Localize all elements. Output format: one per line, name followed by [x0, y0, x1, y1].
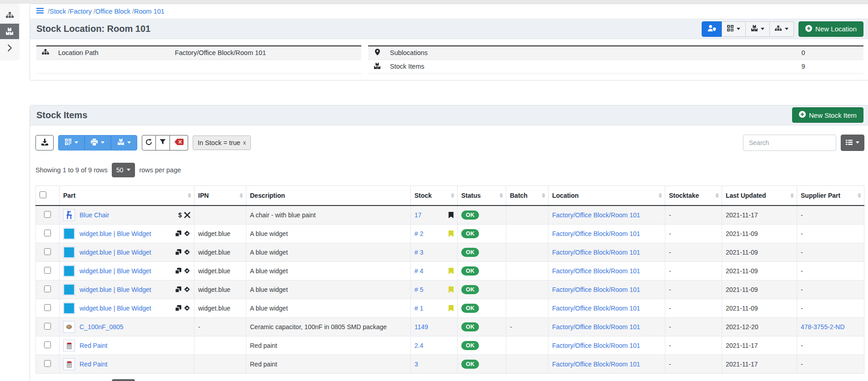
- part-link[interactable]: widget.blue | Blue Widget: [80, 249, 151, 256]
- location-link[interactable]: Factory/Office Block/Room 101: [552, 249, 640, 256]
- part-link[interactable]: widget.blue | Blue Widget: [80, 267, 151, 275]
- row-checkbox[interactable]: [44, 267, 51, 274]
- part-link[interactable]: widget.blue | Blue Widget: [80, 305, 151, 312]
- stock-actions-dropdown[interactable]: [746, 21, 770, 37]
- last-updated-value: 2021-11-17: [722, 355, 797, 373]
- filter-button[interactable]: [156, 135, 170, 150]
- part-link[interactable]: C_100nF_0805: [80, 323, 124, 331]
- search-input[interactable]: [743, 135, 836, 151]
- stock-quantity-link[interactable]: # 1: [414, 305, 423, 312]
- last-updated-value: 2021-11-09: [722, 280, 797, 299]
- page-size-button[interactable]: 50: [112, 379, 135, 381]
- stocktake-value: -: [665, 299, 722, 317]
- row-checkbox[interactable]: [44, 323, 51, 330]
- user-permissions-button[interactable]: [702, 21, 722, 37]
- breadcrumb-link[interactable]: Factory: [70, 8, 91, 15]
- menu-toggle-button[interactable]: [36, 8, 44, 15]
- caret-down-icon: [101, 141, 105, 144]
- location-link[interactable]: Factory/Office Block/Room 101: [552, 342, 640, 349]
- dollar-icon: $: [178, 211, 182, 219]
- row-checkbox[interactable]: [44, 230, 51, 236]
- status-badge: OK: [461, 360, 479, 369]
- location-link[interactable]: Factory/Office Block/Room 101: [552, 211, 640, 219]
- location-link[interactable]: Factory/Office Block/Room 101: [552, 361, 640, 368]
- part-thumbnail: [63, 302, 75, 314]
- breadcrumb-link[interactable]: Office Block: [95, 8, 130, 15]
- breadcrumb-link[interactable]: Stock: [50, 8, 66, 15]
- ipn-value: widget.blue: [195, 299, 246, 317]
- row-checkbox[interactable]: [44, 211, 51, 218]
- plus-circle-icon: [805, 25, 812, 33]
- stock-quantity-link[interactable]: 2.4: [414, 342, 423, 349]
- new-location-label: New Location: [815, 25, 857, 33]
- column-header-ipn[interactable]: IPN: [195, 185, 246, 206]
- stocktake-value: -: [665, 317, 722, 336]
- stock-quantity-link[interactable]: 3: [414, 361, 418, 368]
- print-dropdown-button[interactable]: [85, 135, 111, 150]
- column-header-last-updated[interactable]: Last Updated: [722, 185, 797, 206]
- stock-quantity-link[interactable]: # 3: [414, 249, 423, 256]
- location-link[interactable]: Factory/Office Block/Room 101: [552, 267, 640, 275]
- refresh-button[interactable]: [142, 135, 156, 150]
- supplier-part-value: -: [801, 305, 803, 312]
- column-header-stock[interactable]: Stock: [411, 185, 458, 206]
- part-link[interactable]: Red Paint: [80, 361, 107, 368]
- status-badge: OK: [461, 248, 479, 257]
- column-header-stocktake[interactable]: Stocktake: [665, 185, 722, 206]
- part-link[interactable]: widget.blue | Blue Widget: [80, 230, 151, 237]
- column-label: Supplier Part: [801, 192, 840, 199]
- supplier-part-link[interactable]: 478-3755-2-ND: [801, 323, 845, 331]
- barcode-actions-dropdown[interactable]: [722, 21, 746, 37]
- column-header-supplier-part[interactable]: Supplier Part: [797, 185, 864, 206]
- ipn-value: -: [195, 317, 246, 336]
- row-checkbox[interactable]: [44, 304, 51, 311]
- location-link[interactable]: Factory/Office Block/Room 101: [552, 286, 640, 293]
- description-value: Ceramic capacitor, 100nF in 0805 SMD pac…: [246, 317, 411, 336]
- stock-options-dropdown-button[interactable]: [111, 135, 137, 150]
- column-label: Status: [461, 192, 481, 199]
- download-data-button[interactable]: [35, 135, 54, 150]
- row-checkbox[interactable]: [44, 286, 51, 292]
- new-location-button[interactable]: New Location: [798, 21, 863, 37]
- location-link[interactable]: Factory/Office Block/Room 101: [552, 323, 640, 331]
- column-header-location[interactable]: Location: [549, 185, 665, 206]
- column-header-part[interactable]: Part: [60, 185, 195, 206]
- part-link[interactable]: Red Paint: [80, 342, 107, 349]
- breadcrumb-link[interactable]: Room 101: [134, 8, 165, 15]
- sidebar-item-location-tree[interactable]: [0, 7, 19, 23]
- stock-quantity-link[interactable]: # 2: [414, 230, 423, 237]
- filter-chip-in-stock[interactable]: In Stock = true x: [193, 135, 251, 150]
- location-stats-table: Sublocations 0 Stock Items 9: [368, 45, 863, 74]
- part-link[interactable]: widget.blue | Blue Widget: [80, 286, 151, 293]
- batch-value: [506, 280, 549, 299]
- boxes-icon: [368, 60, 386, 73]
- supplier-part-value: -: [801, 211, 803, 219]
- column-header-status[interactable]: Status: [458, 185, 506, 206]
- sidebar-expand-toggle[interactable]: [0, 40, 19, 55]
- location-link[interactable]: Factory/Office Block/Room 101: [552, 230, 640, 237]
- location-link[interactable]: Factory/Office Block/Room 101: [552, 305, 640, 312]
- select-all-checkbox[interactable]: [40, 191, 46, 198]
- stock-quantity-link[interactable]: 17: [414, 211, 422, 219]
- row-checkbox[interactable]: [44, 248, 51, 255]
- column-header-batch[interactable]: Batch: [506, 185, 549, 206]
- stock-quantity-link[interactable]: # 4: [414, 267, 423, 275]
- ipn-value: [195, 206, 246, 225]
- filter-chip-remove[interactable]: x: [243, 140, 246, 146]
- stock-quantity-link[interactable]: 1149: [414, 323, 428, 331]
- stock-quantity-link[interactable]: # 5: [414, 286, 423, 293]
- tools-icon: [184, 212, 190, 218]
- new-stock-item-button[interactable]: New Stock Item: [792, 107, 863, 123]
- row-checkbox[interactable]: [44, 341, 51, 348]
- part-link[interactable]: Blue Chair: [80, 211, 109, 219]
- columns-dropdown-button[interactable]: [841, 135, 864, 151]
- barcode-dropdown-button[interactable]: [58, 135, 85, 150]
- sidebar-item-stock-items[interactable]: [0, 24, 19, 39]
- stock-items-count-value: 9: [743, 60, 863, 73]
- location-options-dropdown[interactable]: [770, 21, 794, 37]
- part-thumbnail: [63, 340, 75, 351]
- clear-filters-button[interactable]: [170, 135, 188, 150]
- pagination-suffix: rows per page: [139, 166, 181, 174]
- page-size-button[interactable]: 50: [112, 163, 135, 177]
- row-checkbox[interactable]: [44, 360, 51, 367]
